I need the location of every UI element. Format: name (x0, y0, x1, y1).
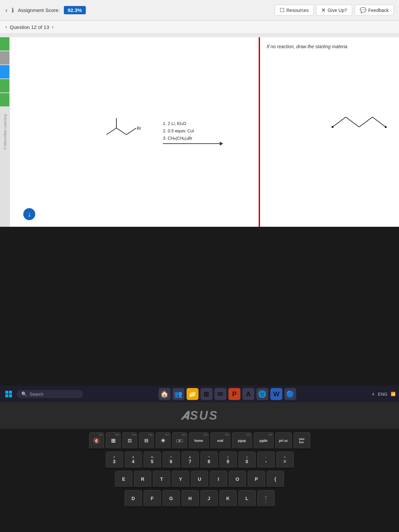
side-btn-5[interactable] (0, 93, 9, 106)
feedback-label: Feedback (368, 8, 389, 13)
search-icon: 🔍 (21, 391, 27, 397)
key-t[interactable]: T (153, 471, 170, 488)
side-btn-3[interactable] (0, 65, 9, 78)
main-content: ‹ Question 12 of 13 › © Macmillan Learni… (0, 21, 399, 227)
score-badge: 92.3% (64, 6, 86, 14)
taskbar-app-teams[interactable]: 👥 (173, 388, 185, 400)
key-f15[interactable]: f15 ⊡ (122, 432, 137, 450)
key-5[interactable]: % 5 (144, 452, 161, 469)
key-3[interactable]: # 3 (106, 452, 123, 469)
search-text: Search (30, 392, 43, 397)
taskbar-app-word[interactable]: W (270, 388, 282, 400)
key-p[interactable]: P (248, 471, 265, 488)
product-molecule (326, 104, 392, 144)
feedback-icon: 💬 (360, 7, 366, 13)
keyboard-area: f13 🔇 f14 ⊞ f15 ⊡ f16 ⊟ f17 ☀ f18 □/□ f1… (0, 429, 399, 532)
side-btn-2[interactable] (0, 51, 9, 65)
search-bar[interactable]: 🔍 Search (17, 390, 83, 398)
key-e[interactable]: E (115, 471, 132, 488)
taskbar-apps: 🏠 👥 📁 ⊞ ✉ P A 🌐 W 🔵 (86, 388, 369, 400)
asdf-row: D F G H J K L :; (7, 490, 392, 507)
key-u[interactable]: U (191, 471, 208, 488)
key-o[interactable]: O (229, 471, 246, 488)
assignment-label: Assignment Score: (18, 7, 60, 13)
key-0[interactable]: ) 0 (238, 452, 256, 469)
down-arrow-button[interactable]: ↓ (23, 208, 35, 220)
key-f19[interactable]: f19 home (189, 432, 209, 450)
svg-point-9 (332, 126, 333, 128)
key-f16[interactable]: f16 ⊟ (139, 432, 154, 450)
key-semicolon[interactable]: :; (257, 490, 275, 507)
key-f18[interactable]: f18 □/□ (172, 432, 187, 450)
key-k[interactable]: K (219, 490, 237, 507)
svg-line-2 (126, 128, 136, 135)
start-button[interactable] (3, 389, 14, 399)
reaction-container: Br 1. 2 Li, Et₂O 2. 0.5 equiv. CuI 3. CH… (96, 111, 223, 153)
key-6[interactable]: ^ 6 (163, 452, 180, 469)
key-r[interactable]: R (134, 471, 151, 488)
question-nav: ‹ Question 12 of 13 › (0, 21, 399, 34)
back-button[interactable]: ‹ (5, 6, 8, 14)
feedback-button[interactable]: 💬 Feedback (355, 5, 394, 16)
key-j[interactable]: J (200, 490, 218, 507)
svg-rect-12 (9, 391, 12, 394)
step1: 1. 2 Li, Et₂O (163, 120, 186, 127)
taskbar: 🔍 Search 🏠 👥 📁 ⊞ ✉ P A 🌐 W 🔵 ∧ ENG 📶 (0, 386, 399, 402)
drawing-area[interactable]: Br 1. 2 Li, Et₂O 2. 0.5 equiv. CuI 3. CH… (10, 37, 259, 227)
key-9[interactable]: ( 9 (219, 452, 237, 469)
svg-line-0 (106, 128, 116, 135)
key-pause[interactable]: paubre (294, 432, 310, 450)
starting-material: Br (96, 111, 156, 153)
key-f11[interactable]: f11 pgup (232, 432, 252, 450)
taskbar-app-powerpoint[interactable]: P (228, 388, 240, 400)
key-i[interactable]: I (210, 471, 227, 488)
svg-line-5 (332, 117, 346, 127)
taskbar-app-edge[interactable]: 🌐 (256, 388, 268, 400)
taskbar-app-mail[interactable]: ✉ (214, 388, 226, 400)
key-d[interactable]: D (125, 490, 142, 507)
number-row: # 3 $ 4 % 5 ^ 6 & 7 * 8 ( 9 ) 0 (7, 452, 392, 469)
key-plus[interactable]: + = (276, 452, 294, 469)
side-btn-1[interactable] (0, 37, 9, 51)
key-open-brace[interactable]: { (267, 471, 284, 488)
taskbar-app-explorer[interactable]: 🏠 (159, 388, 171, 400)
give-up-button[interactable]: ✕ Give Up? (316, 5, 352, 16)
key-l[interactable]: L (238, 490, 256, 507)
key-minus[interactable]: - - (257, 452, 275, 469)
answer-area[interactable]: If no reaction, draw the starting materi… (259, 37, 399, 227)
next-question-button[interactable]: › (52, 24, 54, 30)
key-7[interactable]: & 7 (182, 452, 199, 469)
prev-question-button[interactable]: ‹ (5, 24, 7, 30)
qwerty-row: E R T Y U I O P { (7, 471, 392, 488)
taskbar-app-folder[interactable]: 📁 (187, 388, 199, 400)
key-4[interactable]: $ 4 (125, 452, 142, 469)
side-buttons (0, 37, 9, 106)
key-f13[interactable]: f13 🔇 (89, 432, 104, 450)
step3: 3. CH₃(CH₂)₂Br (163, 135, 193, 142)
key-8[interactable]: * 8 (200, 452, 218, 469)
chemistry-panel: Br 1. 2 Li, Et₂O 2. 0.5 equiv. CuI 3. CH… (10, 37, 399, 227)
give-up-label: Give Up? (328, 8, 347, 13)
side-btn-4[interactable] (0, 79, 9, 92)
svg-rect-13 (5, 394, 8, 397)
key-g[interactable]: G (163, 490, 180, 507)
key-prtsc[interactable]: prt sc (275, 432, 292, 450)
resources-button[interactable]: ☐ Resources (275, 5, 314, 16)
svg-text:Br: Br (137, 126, 142, 131)
taskbar-app-grid[interactable]: ⊞ (200, 388, 212, 400)
svg-line-7 (359, 117, 372, 127)
give-up-icon: ✕ (321, 7, 326, 13)
chevron-up-icon: ∧ (372, 392, 375, 396)
key-h[interactable]: H (182, 490, 199, 507)
taskbar-app-chrome[interactable]: 🔵 (284, 388, 296, 400)
key-f17[interactable]: f17 ☀ (156, 432, 171, 450)
key-f14[interactable]: f14 ⊞ (106, 432, 121, 450)
key-f[interactable]: F (144, 490, 161, 507)
key-f12[interactable]: f12 pgdn (254, 432, 274, 450)
reaction-conditions: 1. 2 Li, Et₂O 2. 0.5 equiv. CuI 3. CH₃(C… (163, 120, 223, 144)
svg-point-10 (385, 126, 387, 128)
taskbar-app-acrobat[interactable]: A (242, 388, 254, 400)
key-f10[interactable]: f10 end (210, 432, 230, 450)
question-label: Question 12 of 13 (10, 24, 49, 30)
key-y[interactable]: Y (172, 471, 189, 488)
